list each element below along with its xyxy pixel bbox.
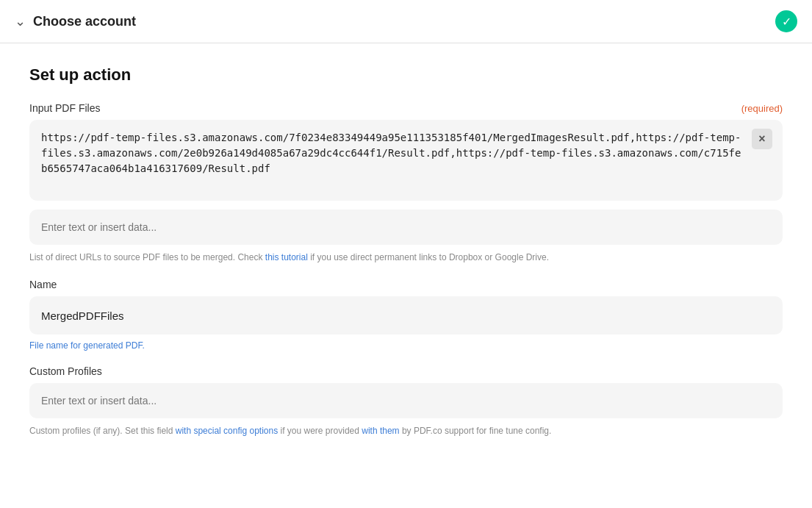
field-label-input-pdf: Input PDF Files (required): [29, 102, 783, 114]
section-title: Set up action: [29, 65, 783, 85]
second-input-field[interactable]: [29, 210, 783, 245]
custom-hint-middle: if you were provided: [278, 426, 362, 436]
custom-profiles-input[interactable]: [29, 383, 783, 418]
name-input[interactable]: [29, 296, 783, 335]
input-pdf-files-group: Input PDF Files (required) https://pdf-t…: [29, 102, 783, 264]
chevron-down-icon[interactable]: ⌄: [15, 13, 26, 29]
hint-after-text: if you use direct permanent links to Dro…: [308, 252, 549, 262]
name-hint: File name for generated PDF.: [29, 340, 783, 351]
custom-hint-link1[interactable]: with special config options: [176, 426, 278, 436]
input-pdf-hint: List of direct URLs to source PDF files …: [29, 251, 783, 264]
hint-before-text: List of direct URLs to source PDF files …: [29, 252, 265, 262]
field-label-name: Name: [29, 279, 783, 290]
header-title: Choose account: [33, 14, 136, 29]
header: ⌄ Choose account ✓: [0, 0, 812, 43]
name-group: Name File name for generated PDF.: [29, 279, 783, 351]
custom-hint-link2[interactable]: with them: [362, 426, 399, 436]
custom-hint-after: by PDF.co support for fine tune config.: [400, 426, 552, 436]
required-badge: (required): [741, 103, 783, 114]
check-mark: ✓: [782, 15, 791, 29]
input-pdf-textarea[interactable]: https://pdf-temp-files.s3.amazonaws.com/…: [29, 120, 783, 201]
main-content: Set up action Input PDF Files (required)…: [0, 43, 812, 474]
input-pdf-wrapper: https://pdf-temp-files.s3.amazonaws.com/…: [29, 120, 783, 204]
name-label: Name: [29, 279, 57, 290]
input-pdf-label: Input PDF Files: [29, 102, 100, 114]
header-left: ⌄ Choose account: [15, 13, 136, 29]
hint-link[interactable]: this tutorial: [265, 252, 308, 262]
second-input-wrapper: [29, 210, 783, 245]
custom-profiles-wrapper: [29, 383, 783, 418]
custom-profiles-group: Custom Profiles Custom profiles (if any)…: [29, 365, 783, 437]
custom-profiles-label: Custom Profiles: [29, 365, 102, 377]
custom-profiles-hint: Custom profiles (if any). Set this field…: [29, 424, 783, 437]
field-label-custom-profiles: Custom Profiles: [29, 365, 783, 377]
clear-button[interactable]: ×: [752, 129, 772, 149]
check-icon: ✓: [775, 10, 797, 32]
custom-hint-before: Custom profiles (if any). Set this field: [29, 426, 176, 436]
